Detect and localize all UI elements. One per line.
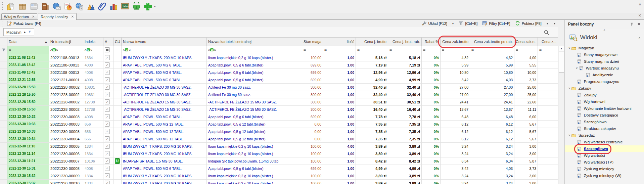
- globe-mail-icon[interactable]: [51, 1, 62, 12]
- group-chip-magazyn[interactable]: Magazyn ▲: [3, 28, 34, 36]
- tree-item-wg-hurtowni[interactable]: Wg hurtowni: [565, 98, 644, 105]
- filter-cell-qty[interactable]: =: [323, 46, 356, 54]
- checked-checkbox-icon[interactable]: ✓: [105, 62, 110, 67]
- tree-item-wg-wartości[interactable]: Wg wartości: [565, 152, 644, 159]
- table-row[interactable]: 2022-12-28 15:5020221228-0000212738✓-ACT…: [0, 106, 558, 113]
- tree-item-wykonanie-limitów-hurtowni[interactable]: Wykonanie limitów hurtowni: [565, 105, 644, 112]
- checked-checkbox-icon[interactable]: ✓: [105, 173, 110, 178]
- checked-checkbox-icon[interactable]: ✓: [105, 99, 110, 104]
- tab-raporty-i-analizy[interactable]: Raporty i analizy✕: [38, 13, 77, 20]
- documents-icon[interactable]: [5, 1, 16, 12]
- column-header-nr[interactable]: Nr transakcji: [49, 38, 83, 46]
- tree-expand-icon[interactable]: ∨: [567, 87, 571, 90]
- filter-cell-card[interactable]: ABC: [207, 46, 302, 54]
- filter-cell-gross_disc[interactable]: =: [388, 46, 422, 54]
- grid-vertical-scrollbar[interactable]: ▲: [558, 46, 564, 184]
- pin-icon[interactable]: [630, 22, 634, 27]
- tree-item-zakupy[interactable]: ∨Zakupy: [565, 85, 644, 92]
- filter-cell-a[interactable]: [103, 46, 113, 54]
- table-row[interactable]: 2022-12-30 10:3220221230-000034008✓APAP …: [0, 113, 558, 121]
- pie-report-icon[interactable]: [62, 1, 74, 12]
- checked-checkbox-icon[interactable]: ✓: [105, 85, 110, 90]
- scrollbar-thumb[interactable]: [559, 52, 564, 73]
- checked-checkbox-icon[interactable]: ✓: [105, 92, 110, 97]
- dropdown-arrow-icon[interactable]: ▾: [452, 22, 454, 25]
- checked-checkbox-icon[interactable]: ✓: [105, 144, 110, 149]
- pharmacy-cross-icon[interactable]: [142, 1, 153, 12]
- close-all-tabs-icon[interactable]: ✕: [638, 13, 641, 18]
- tree-item-magazyn[interactable]: ∨Magazyn: [565, 45, 644, 51]
- filter-cell-idx[interactable]: ABC: [83, 46, 103, 54]
- side-panel-close-icon[interactable]: ✕: [637, 22, 641, 27]
- views-section-header[interactable]: Widoki ∧: [565, 31, 644, 45]
- chart-triangles-icon[interactable]: [85, 1, 96, 12]
- tree-expand-icon[interactable]: ∨: [575, 66, 579, 70]
- ribbon-collapse-icon[interactable]: ∧: [639, 2, 641, 6]
- table-row[interactable]: 2022-12-30 15:3220221230-000101334✓IBUM …: [0, 180, 558, 184]
- filter-cell-nr[interactable]: ABC: [49, 46, 83, 54]
- table-row[interactable]: 2022-12-30 11:1020221230-000051334✓IBUM …: [0, 143, 558, 150]
- paperclip-icon[interactable]: [96, 1, 108, 12]
- table-row[interactable]: 2022-11-08 13:4220221108-000134008✓APAP …: [0, 61, 558, 69]
- tab-close-icon[interactable]: ✕: [71, 15, 74, 18]
- action--ctrl-e-[interactable]: [Ctrl+E]: [456, 20, 480, 27]
- tree-item-wg-wartości-tp-[interactable]: Wg wartości (TP): [565, 159, 644, 166]
- tree-item-wg-wartości-centralnie[interactable]: Wg wartości centralnie: [565, 139, 644, 145]
- tree-item-zysk-wg-miesięcy-w-[interactable]: Zysk wg miesięcy (W): [565, 172, 644, 179]
- checked-checkbox-icon[interactable]: ✓: [105, 122, 110, 127]
- action-bar-grip[interactable]: [1, 19, 3, 28]
- column-header-qty[interactable]: Ilość: [323, 38, 356, 46]
- tree-item-struktura-zakupów[interactable]: Struktura zakupów: [565, 125, 644, 132]
- checked-checkbox-icon[interactable]: ✓: [105, 158, 110, 164]
- tree-item-zysk-wg-miesięcy[interactable]: Zysk wg miesięcy: [565, 166, 644, 172]
- tab-witaj-w-sertum[interactable]: Witaj w Sertum✕: [1, 13, 37, 19]
- dropdown-arrow-icon[interactable]: ▾: [547, 22, 548, 25]
- checked-checkbox-icon[interactable]: ✓: [105, 70, 110, 75]
- tree-item-analitycznie[interactable]: Analitycznie: [565, 72, 644, 78]
- column-header-name[interactable]: Nazwa towaru: [122, 38, 207, 46]
- column-header-stock[interactable]: Stan magaz...: [302, 38, 323, 46]
- table-row[interactable]: 2022-12-30 10:3320221230-00003656✓APAP T…: [0, 128, 558, 135]
- table-row[interactable]: 2022-12-30 10:3320221230-00003656✓APAP T…: [0, 121, 558, 128]
- column-header-buy_net[interactable]: Cena zak.n...: [514, 38, 538, 46]
- filter-cell-gross[interactable]: =: [356, 46, 388, 54]
- scrollbar-up-icon[interactable]: ▲: [559, 46, 564, 51]
- filter-cell-stock[interactable]: =: [302, 46, 323, 54]
- table-row[interactable]: 2022-12-28 15:5020221228-0000212738✓-ACT…: [0, 98, 558, 106]
- checked-checkbox-icon[interactable]: ✓: [105, 129, 110, 134]
- tree-item-zakupy[interactable]: Zakupy: [565, 92, 644, 98]
- filter-cell-buy_gross[interactable]: =: [441, 46, 470, 54]
- filter-cell-cu[interactable]: [113, 46, 122, 54]
- table-row[interactable]: 2022-11-08 13:4220221108-000131334✓IBUM …: [0, 54, 558, 61]
- tree-item-prognoza-magazynu[interactable]: Prognoza magazynu: [565, 78, 644, 85]
- action-filtry-ctrl-f-[interactable]: Filtry [Ctrl+F]: [480, 20, 512, 27]
- checked-checkbox-icon[interactable]: ✓: [105, 151, 110, 156]
- table-row[interactable]: 2022-12-28 15:5020221228-0000210831✓-ACT…: [0, 84, 558, 91]
- filter-cell-buy_gross_disc[interactable]: =: [470, 46, 514, 54]
- table-row[interactable]: 2022-12-30 15:3120221230-000084008✓APAP …: [0, 165, 558, 172]
- tree-item-stany-magazynowe[interactable]: Stany magazynowe: [565, 51, 644, 58]
- toolbar-overflow-icon[interactable]: ▾: [154, 5, 156, 8]
- checked-checkbox-icon[interactable]: ✓: [105, 107, 110, 112]
- table-row[interactable]: 2022-11-08 13:4220221108-000134008✓APAP …: [0, 69, 558, 76]
- checked-checkbox-icon[interactable]: ✓: [105, 166, 110, 171]
- filter-cell-gutter[interactable]: [0, 46, 7, 54]
- action-uk-ad-f12-[interactable]: Układ [F12]▾: [419, 20, 456, 27]
- table-row[interactable]: 2022-12-21 12:5620221221-000014008✓APAP …: [0, 76, 558, 84]
- views-collapse-icon[interactable]: ∧: [638, 36, 641, 40]
- tab-close-icon[interactable]: ✕: [32, 15, 35, 18]
- filter-cell-last[interactable]: =: [538, 46, 558, 54]
- tree-item-szczegółowo[interactable]: Szczegółowo: [565, 145, 644, 152]
- globe-server-icon[interactable]: [74, 1, 85, 12]
- checked-checkbox-icon[interactable]: ✓: [105, 77, 110, 82]
- filter-cell-buy_net[interactable]: =: [514, 46, 538, 54]
- action-bar-overflow-icon[interactable]: ▾: [551, 22, 558, 25]
- tree-expand-icon[interactable]: ∨: [567, 134, 571, 137]
- table-row[interactable]: 2022-12-30 11:1420221230-000061334✓IBUM …: [0, 150, 558, 157]
- column-header-gross[interactable]: Cena j. brutto: [356, 38, 388, 46]
- column-header-card[interactable]: Nazwa kartoteki centralnej: [207, 38, 302, 46]
- tree-item-sprzedaż[interactable]: ∨Sprzedaż: [565, 132, 644, 139]
- column-header-cu[interactable]: CU: [113, 38, 122, 46]
- column-header-a[interactable]: A: [103, 38, 113, 46]
- column-header-last[interactable]: Cena z...: [538, 38, 558, 46]
